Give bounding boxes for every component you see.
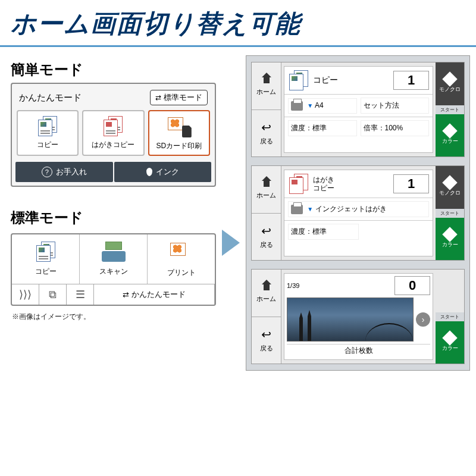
density-cell[interactable]: 濃度：標準	[288, 224, 359, 240]
swap-icon: ⇄	[155, 93, 161, 102]
color-start-button[interactable]: カラー	[436, 321, 464, 364]
footnote: ※画像はイメージです。	[11, 306, 216, 322]
std-tile-print[interactable]: プリント	[148, 234, 215, 284]
next-photo-button[interactable]: ›	[416, 312, 430, 327]
home-button[interactable]: ホーム	[252, 166, 281, 214]
density-cell[interactable]: 濃度：標準	[288, 120, 357, 136]
mode-switch-button[interactable]: ⇄ 標準モード	[150, 90, 208, 105]
start-buttons: スタート カラー	[436, 270, 464, 364]
printer-icon	[291, 101, 303, 111]
density-label: 濃度：	[291, 124, 312, 132]
paper-size-cell[interactable]: ▼ A4	[288, 98, 357, 114]
mono-start-button[interactable]: モノクロ	[436, 62, 464, 105]
content-area: 簡単モード かんたんモード ⇄ 標準モード コピー	[0, 47, 476, 371]
copy-icon	[35, 242, 57, 262]
standard-mode-panel: コピー スキャン プリント ⟩⟩⟩	[11, 233, 216, 306]
tile-hagaki[interactable]: はがきコピー	[82, 110, 144, 156]
diamond-icon	[442, 123, 457, 138]
mono-label: モノクロ	[439, 189, 461, 197]
standard-mode-label: 標準モード	[11, 203, 216, 231]
density-value: 標準	[312, 227, 327, 236]
simple-mode-link[interactable]: ⇄ かんたんモード	[94, 284, 215, 305]
tile-copy-label: コピー	[37, 140, 58, 150]
ratio-cell[interactable]: 倍率：100%	[361, 120, 430, 136]
arrow-down-icon: ▼	[307, 206, 313, 212]
color-start-button[interactable]: カラー	[436, 218, 464, 261]
ink-button[interactable]: インク	[114, 162, 212, 182]
simple-tiles: コピー はがきコピー SDカード印刷	[15, 110, 211, 159]
diamond-icon	[442, 176, 457, 190]
screen-sidebar: ホーム ↪ 戻る	[252, 166, 281, 260]
left-column: 簡単モード かんたんモード ⇄ 標準モード コピー	[11, 55, 216, 371]
ink-label: インク	[156, 167, 179, 177]
photo-thumbnail[interactable]	[287, 298, 414, 342]
screen-hagaki: ホーム ↪ 戻る はがき コピー 1	[251, 165, 465, 261]
back-label: 戻る	[260, 137, 273, 146]
density-label: 濃度：	[291, 227, 312, 236]
maintenance-button[interactable]: ? お手入れ	[15, 162, 113, 182]
tile-sdcard-label: SDカード印刷	[156, 141, 202, 151]
back-button[interactable]: ↪ 戻る	[252, 110, 281, 157]
mono-label: モノクロ	[439, 86, 461, 93]
home-icon	[261, 179, 272, 189]
arrow-icon	[222, 230, 240, 256]
chevron-right-icon: ›	[422, 315, 425, 324]
back-icon: ↪	[261, 327, 271, 342]
arrow-container	[221, 55, 241, 371]
simple-mode-link-label: かんたんモード	[131, 289, 186, 300]
tile-hagaki-label: はがきコピー	[92, 140, 134, 150]
home-label: ホーム	[256, 295, 276, 303]
start-label: スタート	[436, 105, 464, 114]
simple-mode-label: 簡単モード	[11, 55, 216, 83]
photo-count[interactable]: 0	[394, 276, 430, 295]
hagaki-main: はがき コピー 1 ▼ インクジェットはがき 濃度：標準	[284, 170, 433, 256]
diamond-icon	[442, 227, 457, 242]
standard-bottom-bar: ⟩⟩⟩ ⧉ ☰ ⇄ かんたんモード	[12, 284, 215, 305]
copy-main: コピー 1 ▼ A4 セット方法 濃度：標準 倍率：10	[284, 66, 433, 153]
wireless-icon: ⟩⟩⟩	[19, 288, 32, 301]
page-title: ホーム画面切り替え可能	[0, 0, 476, 47]
simple-bottom-bar: ? お手入れ インク	[15, 162, 211, 182]
question-icon: ?	[42, 167, 52, 177]
back-button[interactable]: ↪ 戻る	[252, 317, 281, 364]
tile-sdcard[interactable]: SDカード印刷	[148, 110, 210, 156]
copy-icon	[288, 70, 309, 90]
print-icon	[169, 242, 194, 263]
hagaki-count[interactable]: 1	[393, 174, 429, 193]
hagaki-title: はがき コピー	[313, 176, 390, 193]
start-label: スタート	[436, 209, 464, 218]
mono-start-button[interactable]: モノクロ	[436, 166, 464, 209]
paper-type-cell[interactable]: ▼ インクジェットはがき	[288, 201, 429, 217]
diamond-icon	[442, 330, 457, 345]
copy-title: コピー	[313, 75, 390, 86]
hagaki-icon	[288, 174, 309, 194]
set-method-cell[interactable]: セット方法	[361, 98, 430, 114]
status-icon: ☰	[76, 288, 85, 301]
back-icon: ↪	[261, 120, 271, 134]
sdcard-icon	[167, 116, 192, 137]
color-start-button[interactable]: カラー	[436, 114, 464, 157]
home-button[interactable]: ホーム	[252, 270, 281, 317]
simple-panel-title: かんたんモード	[19, 92, 82, 104]
ink-drop-icon	[146, 168, 152, 176]
simple-mode-panel: かんたんモード ⇄ 標準モード コピー	[11, 83, 216, 187]
std-tile-copy[interactable]: コピー	[12, 234, 80, 284]
std-tile-scan[interactable]: スキャン	[80, 234, 148, 284]
hagaki-icon	[102, 116, 124, 136]
printer-icon	[291, 205, 303, 214]
screen-sidebar: ホーム ↪ 戻る	[252, 270, 281, 364]
back-button[interactable]: ↪ 戻る	[252, 214, 281, 261]
home-icon	[261, 283, 272, 292]
home-button[interactable]: ホーム	[252, 62, 281, 110]
tile-copy[interactable]: コピー	[17, 110, 79, 156]
photo-strip: ›	[287, 298, 430, 342]
paper-size: A4	[315, 101, 324, 109]
status-button[interactable]: ☰	[67, 284, 94, 305]
std-copy-label: コピー	[35, 267, 57, 277]
link-button[interactable]: ⧉	[39, 284, 67, 305]
start-buttons: モノクロ スタート カラー	[436, 62, 464, 156]
maintenance-label: お手入れ	[56, 167, 87, 177]
copy-count[interactable]: 1	[393, 71, 429, 90]
wireless-button[interactable]: ⟩⟩⟩	[12, 284, 39, 305]
swap-icon: ⇄	[123, 290, 129, 299]
